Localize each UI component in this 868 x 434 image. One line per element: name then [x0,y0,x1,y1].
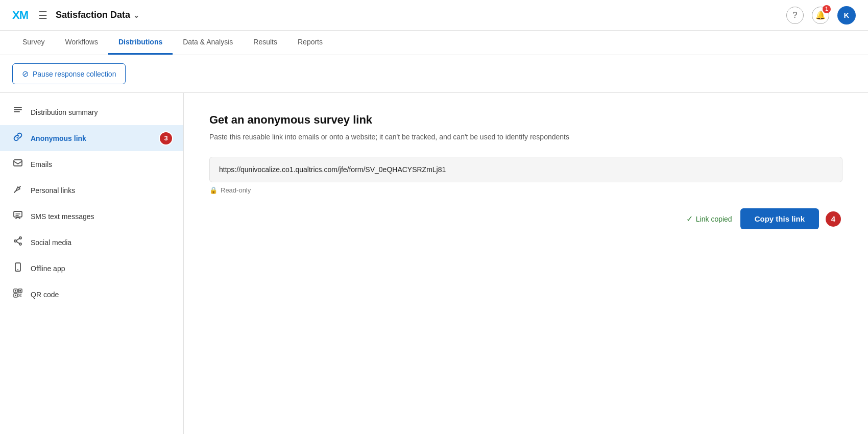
tab-workflows[interactable]: Workflows [55,31,108,55]
svg-rect-13 [15,290,16,292]
anonymous-link-icon [12,132,23,144]
svg-rect-15 [15,295,16,296]
read-only-text: Read-only [221,186,251,194]
tab-results[interactable]: Results [243,31,287,55]
project-title[interactable]: Satisfaction Data ⌄ [56,10,139,20]
sidebar-item-social-media[interactable]: Social media [0,229,183,255]
hamburger-icon[interactable]: ☰ [38,9,47,21]
sidebar-item-personal-links[interactable]: Personal links [0,177,183,203]
bell-icon[interactable]: 🔔 1 [812,7,829,24]
action-bar: ⊘ Pause response collection [0,55,868,93]
tab-survey[interactable]: Survey [12,31,55,55]
pause-response-button[interactable]: ⊘ Pause response collection [12,63,126,84]
sidebar-item-label: SMS text messages [31,212,94,221]
offline-app-icon [12,262,23,275]
project-title-text: Satisfaction Data [56,10,130,20]
sidebar-item-label: Social media [31,238,71,247]
svg-rect-3 [14,160,22,166]
emails-icon [12,158,23,171]
copy-button-wrapper: Copy this link 4 [740,208,842,229]
social-media-icon [12,236,23,249]
svg-rect-14 [19,290,21,292]
sidebar-item-distribution-summary[interactable]: Distribution summary [0,99,183,125]
sidebar-item-label: Distribution summary [31,108,98,116]
link-copied-status: ✓ Link copied [686,214,732,224]
nav-tabs: Survey Workflows Distributions Data & An… [0,31,868,55]
svg-rect-1 [14,109,22,110]
sidebar-item-label: QR code [31,291,59,299]
notification-badge: 1 [823,5,831,13]
tab-distributions[interactable]: Distributions [108,31,173,55]
svg-point-9 [17,269,18,270]
lock-icon: 🔒 [209,186,218,194]
content-description: Paste this reusable link into emails or … [209,132,842,142]
sidebar-item-label: Anonymous link [31,134,86,142]
user-avatar[interactable]: K [837,6,856,25]
sidebar-item-offline-app[interactable]: Offline app [0,255,183,281]
sidebar-item-emails[interactable]: Emails [0,151,183,177]
read-only-label: 🔒 Read-only [209,186,842,194]
sidebar-item-anonymous-link[interactable]: Anonymous link 3 [0,125,183,151]
checkmark-icon: ✓ [686,214,693,224]
sidebar-item-qr-code[interactable]: QR code [0,281,183,307]
sidebar-item-sms[interactable]: SMS text messages [0,203,183,229]
help-question-mark: ? [793,11,798,20]
survey-link-box: https://qunivocalize.co1.qualtrics.com/j… [209,157,842,182]
copy-step-badge: 4 [824,210,842,228]
personal-links-icon [12,184,23,197]
sidebar: Distribution summary Anonymous link 3 Em… [0,93,184,434]
qr-code-icon [12,288,23,301]
sidebar-item-label: Personal links [31,186,75,195]
link-copied-text: Link copied [696,215,732,223]
copy-row: ✓ Link copied Copy this link 4 [209,208,842,229]
pause-button-label: Pause response collection [33,70,116,78]
sidebar-item-label: Emails [31,160,52,168]
sms-icon [12,210,23,223]
xm-logo: XM [12,10,28,21]
anonymous-link-badge: 3 [159,131,173,146]
header-right: ? 🔔 1 K [786,6,856,25]
distribution-summary-icon [12,106,23,118]
content-area: Get an anonymous survey link Paste this … [184,93,868,434]
tab-data-analysis[interactable]: Data & Analysis [173,31,243,55]
svg-rect-0 [14,107,22,108]
header: XM ☰ Satisfaction Data ⌄ ? 🔔 1 K [0,0,868,31]
help-icon[interactable]: ? [786,7,804,24]
pause-icon: ⊘ [22,69,29,79]
copy-this-link-button[interactable]: Copy this link [740,208,819,229]
content-title: Get an anonymous survey link [209,113,842,127]
sidebar-item-label: Offline app [31,264,65,273]
tab-reports[interactable]: Reports [287,31,333,55]
chevron-down-icon: ⌄ [133,11,139,19]
svg-rect-2 [14,111,20,112]
main-content: Distribution summary Anonymous link 3 Em… [0,93,868,434]
